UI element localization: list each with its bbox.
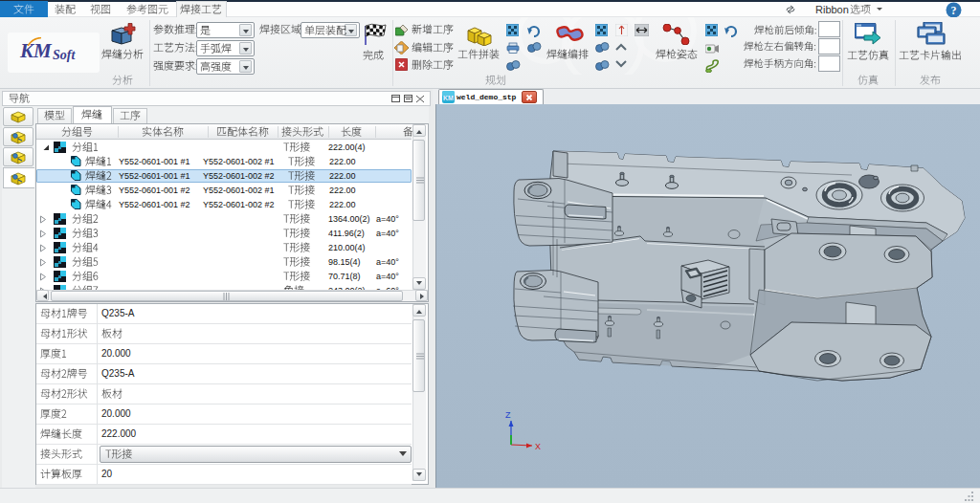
svg-text:Z: Z — [505, 410, 511, 420]
svg-text:X: X — [535, 442, 541, 451]
svg-text:KM: KM — [443, 95, 454, 101]
svg-text:?: ? — [951, 4, 957, 17]
